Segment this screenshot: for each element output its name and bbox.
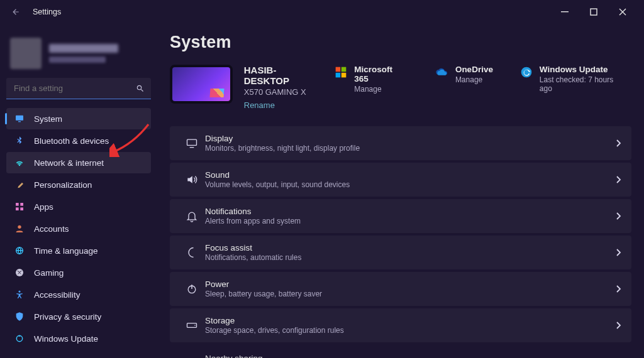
header-link-title: Microsoft 365 (354, 65, 409, 84)
svg-point-17 (521, 67, 532, 78)
card-power[interactable]: Power Sleep, battery usage, battery save… (170, 272, 631, 306)
sidebar-item-windows-update[interactable]: Windows Update (6, 328, 151, 349)
sidebar-item-label: Network & internet (34, 158, 104, 168)
header-link-sub: Last checked: 7 hours ago (540, 75, 628, 93)
sidebar: System Bluetooth & devices Network & int… (0, 24, 156, 358)
sidebar-item-system[interactable]: System (6, 108, 151, 129)
rename-link[interactable]: Rename (244, 100, 322, 110)
device-name: HASIB-DESKTOP (244, 65, 322, 86)
card-title: Nearby sharing (205, 354, 263, 359)
svg-rect-15 (336, 73, 341, 78)
minimize-button[interactable] (561, 8, 576, 16)
sidebar-item-label: Accounts (34, 224, 69, 234)
card-notifications[interactable]: Notifications Alerts from apps and syste… (170, 199, 631, 233)
card-title: Sound (205, 170, 350, 180)
sidebar-item-label: Gaming (34, 268, 64, 278)
sidebar-item-network[interactable]: Network & internet (6, 152, 151, 173)
sidebar-item-label: Windows Update (34, 334, 98, 344)
card-title: Focus assist (205, 243, 301, 252)
sidebar-item-label: Accessibility (34, 290, 80, 300)
svg-point-11 (19, 291, 21, 293)
paintbrush-icon (14, 179, 25, 190)
sidebar-item-label: Bluetooth & devices (34, 136, 109, 146)
search-input[interactable] (6, 78, 151, 99)
search-icon (136, 84, 145, 93)
card-title: Power (205, 279, 322, 289)
svg-rect-4 (16, 203, 19, 206)
header-row: HASIB-DESKTOP X570 GAMING X Rename Micro… (170, 65, 631, 110)
svg-rect-18 (187, 139, 197, 145)
sidebar-item-personalization[interactable]: Personalization (6, 174, 151, 195)
wifi-icon (14, 157, 25, 168)
drive-icon (179, 319, 205, 332)
header-link-microsoft365[interactable]: Microsoft 365 Manage (334, 65, 409, 94)
sidebar-item-privacy[interactable]: Privacy & security (6, 306, 151, 327)
profile-name-redacted (49, 44, 118, 53)
sound-icon (179, 173, 205, 186)
card-title: Notifications (205, 207, 301, 216)
svg-rect-13 (336, 67, 341, 72)
sidebar-item-accounts[interactable]: Accounts (6, 218, 151, 239)
page-title: System (170, 33, 631, 52)
card-focus-assist[interactable]: Focus assist Notifications, automatic ru… (170, 236, 631, 269)
xbox-icon (14, 267, 25, 278)
svg-point-10 (16, 269, 23, 276)
device-thumbnail (170, 65, 233, 104)
svg-rect-0 (561, 11, 569, 12)
profile-block[interactable] (6, 30, 151, 78)
sidebar-item-label: Apps (34, 202, 53, 212)
card-display[interactable]: Display Monitors, brightness, night ligh… (170, 126, 631, 160)
chevron-right-icon (615, 285, 621, 293)
svg-point-21 (194, 325, 196, 326)
bell-icon (179, 210, 205, 222)
sidebar-item-apps[interactable]: Apps (6, 196, 151, 217)
chevron-right-icon (615, 321, 621, 330)
card-storage[interactable]: Storage Storage space, drives, configura… (170, 308, 631, 342)
svg-rect-3 (18, 121, 21, 122)
card-sub: Volume levels, output, input, sound devi… (205, 180, 350, 189)
microsoft365-icon (334, 65, 348, 79)
titlebar: Settings (0, 0, 644, 24)
header-link-sub: Manage (455, 75, 493, 84)
card-sound[interactable]: Sound Volume levels, output, input, soun… (170, 163, 631, 197)
close-icon (619, 8, 626, 16)
header-link-sub: Manage (354, 85, 409, 94)
svg-rect-14 (341, 67, 347, 72)
card-sub: Storage space, drives, configuration rul… (205, 326, 344, 335)
sidebar-item-label: Time & language (34, 246, 98, 256)
avatar (10, 38, 42, 69)
sidebar-item-time-language[interactable]: Time & language (6, 240, 151, 261)
header-link-onedrive[interactable]: OneDrive Manage (435, 65, 493, 94)
content-pane: System HASIB-DESKTOP X570 GAMING X Renam… (156, 24, 644, 358)
settings-card-list: Display Monitors, brightness, night ligh… (170, 126, 631, 358)
svg-point-8 (18, 225, 21, 229)
card-nearby-sharing[interactable]: Nearby sharing (170, 345, 631, 358)
bluetooth-icon (14, 135, 25, 146)
back-button[interactable] (11, 8, 26, 16)
svg-rect-16 (341, 73, 347, 78)
svg-rect-1 (591, 9, 597, 15)
sidebar-item-accessibility[interactable]: Accessibility (6, 284, 151, 305)
svg-rect-7 (20, 207, 23, 210)
onedrive-icon (435, 65, 449, 79)
search-field[interactable] (14, 84, 136, 93)
svg-point-12 (16, 335, 22, 341)
card-sub: Notifications, automatic rules (205, 253, 301, 262)
sidebar-item-bluetooth[interactable]: Bluetooth & devices (6, 130, 151, 151)
maximize-button[interactable] (590, 8, 605, 16)
device-block: HASIB-DESKTOP X570 GAMING X Rename (170, 65, 321, 110)
header-link-windows-update[interactable]: Windows Update Last checked: 7 hours ago (519, 65, 628, 94)
shield-icon (14, 311, 25, 322)
apps-icon (14, 201, 25, 212)
close-button[interactable] (619, 8, 634, 16)
card-sub: Alerts from apps and system (205, 217, 301, 225)
card-sub: Sleep, battery usage, battery saver (205, 290, 322, 298)
accessibility-icon (14, 289, 25, 300)
monitor-icon (14, 113, 25, 124)
sidebar-item-gaming[interactable]: Gaming (6, 262, 151, 283)
header-link-title: OneDrive (455, 65, 493, 74)
update-badge-icon (519, 65, 533, 79)
card-sub: Monitors, brightness, night light, displ… (205, 144, 360, 153)
nav-list: System Bluetooth & devices Network & int… (6, 108, 151, 349)
minimize-icon (561, 8, 569, 16)
